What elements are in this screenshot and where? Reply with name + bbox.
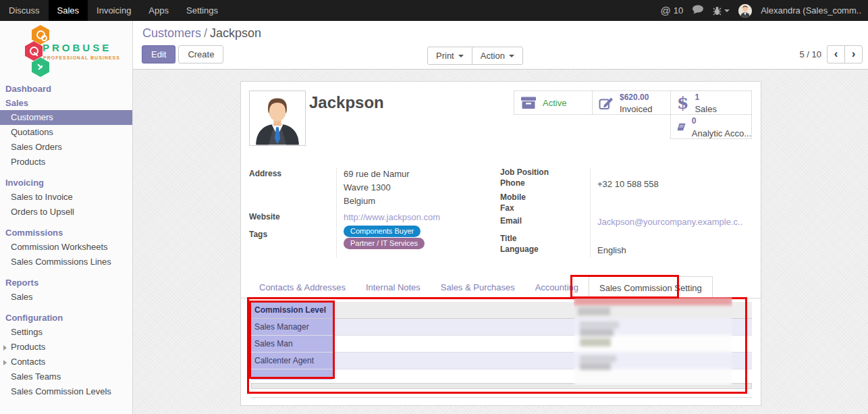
sidebar-item-sales-commission-levels[interactable]: Sales Commission Levels [0,384,132,399]
menu-discuss[interactable]: Discuss [0,0,49,21]
menu-apps[interactable]: Apps [140,0,178,21]
company-logo: PROBUSE PROFESSIONAL BUSINESS [0,21,132,82]
archive-icon [520,97,537,109]
customer-name: Jackpson [309,93,384,112]
record-buttons: Edit Create [142,45,223,63]
pager-previous-button[interactable]: ‹ [827,45,845,63]
edit-button[interactable]: Edit [142,45,175,63]
phone-value: +32 10 588 558 [597,179,659,189]
sidebar-item-sales-to-invoice[interactable]: Sales to Invoice [0,190,132,205]
language-value: English [597,245,626,255]
mentions-counter[interactable]: @ 10 [660,5,683,16]
tab-internal-notes[interactable]: Internal Notes [356,276,431,298]
breadcrumb-current: Jackpson [210,26,261,40]
sidebar-heading-dashboard[interactable]: Dashboard [0,82,132,96]
table-bottom-border [251,397,752,398]
sidebar: PROBUSE PROFESSIONAL BUSINESS Dashboard … [0,21,133,414]
sidebar-item-commission-worksheets[interactable]: Commission Worksheets [0,240,132,255]
expand-icon [3,345,7,351]
invoiced-amount: $620.00 [620,93,649,102]
sidebar-item-products[interactable]: Products [0,155,132,170]
address-label: Address [249,169,281,178]
tag-components-buyer: Components Buyer [344,226,421,237]
logo-subtitle: PROFESSIONAL BUSINESS [43,55,120,60]
sidebar-item-config-contacts[interactable]: Contacts [0,355,132,369]
sidebar-heading-commissions[interactable]: Commissions [0,226,132,240]
analytic-count: 0 [692,116,697,126]
breadcrumb-customers-link[interactable]: Customers [142,26,201,40]
address-line3: Belgium [344,196,375,206]
analytic-label: Analytic Acco... [692,128,751,138]
sidebar-item-orders-to-upsell[interactable]: Orders to Upsell [0,205,132,219]
breadcrumb-separator: / [201,26,210,40]
notebook-tabs: Contacts & Addresses Internal Notes Sale… [241,276,761,299]
sidebar-heading-sales[interactable]: Sales [0,96,132,110]
sidebar-item-sales-teams[interactable]: Sales Teams [0,369,132,384]
sidebar-heading-configuration[interactable]: Configuration [0,311,132,325]
menu-settings[interactable]: Settings [178,0,227,21]
topbar-right: @ 10 Alexandra (Sales_comm.. [660,0,868,21]
print-dropdown[interactable]: Print [427,47,472,65]
dollar-icon: $ [677,93,688,113]
tab-contacts-addresses[interactable]: Contacts & Addresses [249,276,356,298]
user-name[interactable]: Alexandra (Sales_comm.. [761,5,861,16]
menu-sales[interactable]: Sales [49,0,88,21]
create-button[interactable]: Create [178,45,223,63]
active-status-label: Active [543,98,566,108]
language-label: Language [500,244,539,254]
sidebar-heading-reports[interactable]: Reports [0,276,132,290]
field-separator [590,167,591,257]
sidebar-item-settings[interactable]: Settings [0,325,132,340]
fax-label: Fax [500,203,514,213]
tab-accounting[interactable]: Accounting [525,276,589,298]
analytic-stat-button[interactable]: 0 Analytic Acco... [670,114,752,139]
sidebar-item-quotations[interactable]: Quotations [0,125,132,140]
sidebar-item-customers[interactable]: Customers [0,110,132,125]
sales-count: 1 [695,93,699,102]
sidebar-heading-invoicing[interactable]: Invoicing [0,176,132,190]
tags-label: Tags [249,230,267,239]
invoiced-label: Invoiced [620,104,652,114]
email-link[interactable]: Jackpson@yourcompany.example.c.. [597,217,742,227]
breadcrumb: Customers/Jackpson [142,26,261,41]
menu-invoicing[interactable]: Invoicing [88,0,140,21]
invoiced-stat-button[interactable]: $620.00 Invoiced [592,90,671,115]
customer-avatar[interactable] [249,90,306,146]
tag-partner-it-services: Partner / IT Services [344,238,425,249]
sidebar-item-sales-orders[interactable]: Sales Orders [0,140,132,155]
action-dropdown[interactable]: Action [472,47,523,65]
tab-sales-purchases[interactable]: Sales & Purchases [431,276,525,298]
website-label: Website [249,212,280,222]
book-icon [677,120,686,134]
edit-icon [599,95,614,110]
top-menu: Discuss Sales Invoicing Apps Settings [0,0,227,21]
active-stat-button[interactable]: Active [514,90,593,115]
sidebar-item-sales-commissions-lines[interactable]: Sales Commissions Lines [0,255,132,269]
website-link[interactable]: http://www.jackpson.com [344,212,440,222]
pager: 5 / 10 ‹ › [799,45,863,63]
censored-region [574,297,732,385]
caret-down-icon [724,9,730,12]
mobile-label: Mobile [500,192,526,202]
caret-down-icon [458,55,464,57]
title-label: Title [500,234,516,243]
control-panel: Customers/Jackpson Edit Create Print Act… [133,21,868,70]
app-window: Discuss Sales Invoicing Apps Settings @ … [0,0,868,414]
messages-icon[interactable] [692,5,704,16]
debug-menu[interactable] [713,6,730,16]
commission-level-header[interactable]: Commission Level [251,302,333,318]
sidebar-item-config-products[interactable]: Products [0,340,132,355]
sales-label: Sales [695,104,717,114]
bug-icon [713,6,722,16]
caret-down-icon [509,55,514,57]
logo-title: PROBUSE [43,42,111,53]
address-line1: 69 rue de Namur [344,169,410,179]
user-avatar[interactable] [738,4,752,18]
pager-count: 5 / 10 [799,49,821,59]
field-separator [336,167,337,257]
pager-next-button[interactable]: › [844,45,863,63]
tab-sales-commission-setting[interactable]: Sales Commission Setting [589,276,713,299]
sidebar-item-reports-sales[interactable]: Sales [0,290,132,305]
sales-stat-button[interactable]: $ 1 Sales [670,90,752,115]
expand-icon [3,360,7,365]
